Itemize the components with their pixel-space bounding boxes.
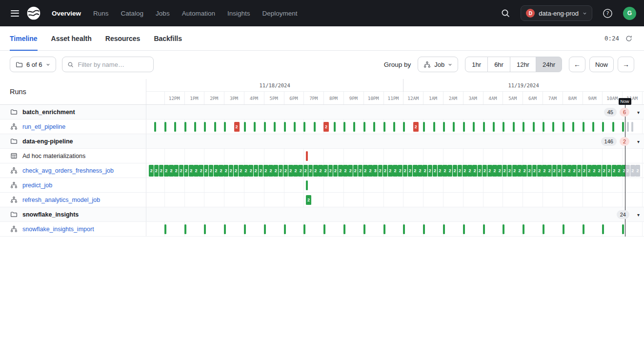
run-bar[interactable]: 2	[635, 165, 640, 177]
job-link[interactable]: refresh_analytics_model_job	[22, 197, 100, 203]
run-bar[interactable]: 2	[433, 165, 438, 177]
run-bar[interactable]: 2	[507, 165, 512, 177]
run-bar[interactable]: 2	[378, 165, 383, 177]
run-bar[interactable]	[583, 224, 584, 234]
run-bar[interactable]	[204, 224, 206, 234]
run-bar[interactable]: 2	[209, 165, 214, 177]
run-bar[interactable]	[164, 122, 166, 132]
refresh-button[interactable]	[624, 33, 634, 44]
run-bar[interactable]: 2	[582, 165, 587, 177]
row-expand-caret[interactable]: ▾	[635, 211, 642, 218]
row-expand-caret[interactable]: ▾	[635, 138, 642, 145]
run-bar[interactable]: 2	[368, 165, 373, 177]
run-bar[interactable]: 2	[343, 165, 348, 177]
run-bar[interactable]	[254, 122, 256, 132]
run-bar[interactable]: 2	[527, 165, 532, 177]
run-bar[interactable]	[602, 122, 604, 132]
nav-item-jobs[interactable]: Jobs	[156, 10, 170, 17]
run-bar[interactable]: 2	[408, 165, 413, 177]
run-bar[interactable]	[552, 122, 554, 132]
run-bar[interactable]: 2	[333, 165, 338, 177]
run-bar[interactable]	[363, 122, 365, 132]
run-bar[interactable]	[543, 224, 544, 234]
run-bar[interactable]: 2	[348, 165, 353, 177]
run-bar[interactable]: 2	[438, 165, 443, 177]
run-bar[interactable]: 2	[423, 165, 427, 177]
run-bar[interactable]: 2	[248, 165, 253, 177]
run-bar[interactable]: 2	[239, 165, 243, 177]
run-bar[interactable]: 2	[229, 165, 234, 177]
run-bar[interactable]	[303, 224, 305, 234]
run-bar[interactable]: 2	[547, 165, 552, 177]
run-bar[interactable]: 2	[478, 165, 483, 177]
run-bar[interactable]	[284, 122, 286, 132]
run-bar[interactable]: 2	[388, 165, 393, 177]
run-bar[interactable]: 2	[612, 165, 617, 177]
run-bar[interactable]	[453, 122, 455, 132]
run-bar[interactable]: 2	[318, 165, 323, 177]
run-bar[interactable]: 2	[483, 165, 487, 177]
run-bar[interactable]	[523, 122, 524, 132]
run-bar[interactable]: 2	[428, 165, 433, 177]
run-bar[interactable]	[622, 224, 624, 234]
run-bar[interactable]: 2	[453, 165, 458, 177]
run-bar[interactable]	[343, 224, 345, 234]
run-bar[interactable]: 2	[403, 165, 408, 177]
run-bar[interactable]: 2	[149, 165, 154, 177]
run-bar[interactable]: 2	[363, 165, 368, 177]
run-bar[interactable]: 2	[497, 165, 502, 177]
run-bar[interactable]: 2	[487, 165, 492, 177]
run-bar[interactable]	[323, 224, 325, 234]
run-bar[interactable]: 2	[393, 165, 398, 177]
row-expand-caret[interactable]: ▾	[635, 108, 642, 116]
run-bar[interactable]	[334, 122, 336, 132]
range-option-24hr[interactable]: 24hr	[536, 57, 562, 72]
run-bar[interactable]: 2	[567, 165, 572, 177]
run-bar[interactable]: 2	[323, 122, 329, 132]
run-bar[interactable]	[383, 122, 385, 132]
run-bar[interactable]	[631, 122, 633, 132]
run-bar[interactable]: 2	[592, 165, 597, 177]
run-bar[interactable]: 2	[447, 165, 452, 177]
run-bar[interactable]: 2	[263, 165, 268, 177]
run-bar[interactable]: 2	[463, 165, 467, 177]
run-bar[interactable]: 2	[323, 165, 328, 177]
run-bar[interactable]: 2	[223, 165, 228, 177]
run-bar[interactable]	[184, 122, 186, 132]
tab-timeline[interactable]: Timeline	[10, 26, 38, 50]
run-bar[interactable]	[403, 224, 405, 234]
deployment-switcher[interactable]: D data-eng-prod	[521, 5, 592, 21]
run-bar[interactable]	[463, 122, 465, 132]
run-bar[interactable]	[443, 224, 445, 234]
run-bar[interactable]	[184, 224, 186, 234]
timeline-now-button[interactable]: Now	[589, 57, 614, 72]
search-button[interactable]	[499, 6, 512, 20]
run-bar[interactable]: 2	[298, 165, 303, 177]
run-bar[interactable]	[423, 122, 425, 132]
run-bar[interactable]: 2	[418, 165, 423, 177]
run-bar[interactable]: 2	[234, 122, 240, 132]
run-bar[interactable]: 2	[288, 165, 293, 177]
run-bar[interactable]	[383, 224, 385, 234]
run-bar[interactable]: 2	[522, 165, 527, 177]
help-button[interactable]: ?	[601, 6, 615, 20]
filter-name-input[interactable]	[77, 60, 148, 69]
run-bar[interactable]	[164, 224, 166, 234]
tab-asset-health[interactable]: Asset health	[51, 26, 92, 50]
run-bar[interactable]: 2	[467, 165, 472, 177]
run-bar[interactable]: 2	[577, 165, 582, 177]
run-bar[interactable]: 2	[154, 165, 159, 177]
run-bar[interactable]: 2	[259, 165, 263, 177]
user-avatar[interactable]: G	[623, 7, 636, 20]
run-bar[interactable]: 2	[184, 165, 189, 177]
run-bar[interactable]: 2	[602, 165, 607, 177]
run-bar[interactable]	[393, 122, 395, 132]
run-bar[interactable]: 2	[458, 165, 463, 177]
timeline-row-snowflake-insights[interactable]: snowflake_insights24▾	[0, 207, 644, 222]
job-scope-dropdown[interactable]: 6 of 6	[10, 57, 56, 72]
run-bar[interactable]: 2	[308, 165, 313, 177]
run-bar[interactable]: 2	[413, 165, 418, 177]
timeline-back-button[interactable]: ←	[569, 57, 585, 72]
run-bar[interactable]	[483, 122, 485, 132]
run-bar[interactable]	[493, 122, 495, 132]
